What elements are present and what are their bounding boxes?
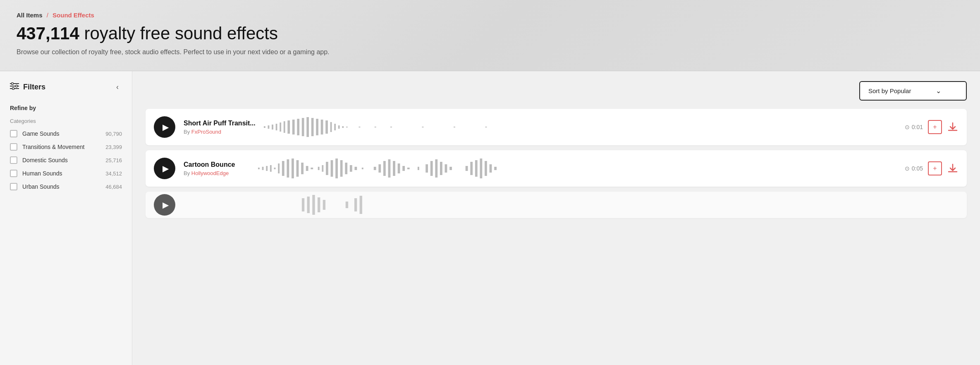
svg-rect-78 <box>307 197 310 213</box>
duration-1: ⊙ 0:01 <box>905 124 923 130</box>
sound-author-1: By FxProSound <box>184 129 256 135</box>
play-icon: ▶ <box>163 200 169 210</box>
play-icon: ▶ <box>163 122 169 132</box>
filters-title-row: Filters <box>10 82 45 92</box>
svg-rect-60 <box>398 163 400 173</box>
svg-rect-64 <box>425 164 428 173</box>
download-button-2[interactable] <box>947 163 958 174</box>
svg-rect-13 <box>292 120 294 134</box>
svg-rect-79 <box>312 195 315 215</box>
waveform-2 <box>258 158 896 179</box>
play-button-1[interactable]: ▶ <box>154 116 175 138</box>
svg-rect-75 <box>490 164 492 173</box>
svg-rect-27 <box>374 127 376 127</box>
content-area: Sort by Popular ⌄ ▶ Short Air Puff Trans… <box>132 71 980 365</box>
breadcrumb-sound-effects[interactable]: Sound Effects <box>53 12 94 19</box>
svg-rect-76 <box>494 167 497 170</box>
sound-title-2: Cartoon Bounce <box>184 161 250 168</box>
svg-rect-26 <box>359 127 360 127</box>
svg-rect-68 <box>445 164 447 173</box>
urban-checkbox[interactable] <box>10 183 17 190</box>
svg-rect-84 <box>360 196 362 214</box>
svg-rect-16 <box>306 117 309 137</box>
svg-rect-41 <box>296 160 299 177</box>
svg-rect-46 <box>322 165 323 172</box>
svg-rect-82 <box>346 202 348 208</box>
sound-item-3: ▶ <box>146 192 967 218</box>
svg-rect-71 <box>470 162 473 175</box>
category-name: Domestic Sounds <box>22 157 100 163</box>
play-button-2[interactable]: ▶ <box>154 158 175 179</box>
category-name: Transitions & Movement <box>22 144 100 150</box>
svg-rect-21 <box>330 122 332 132</box>
sound-actions-1: ⊙ 0:01 + <box>905 120 958 134</box>
sound-info-3 <box>184 204 250 206</box>
svg-rect-14 <box>297 119 299 135</box>
bookmark-button-2[interactable]: + <box>928 161 942 175</box>
breadcrumb: All Items / Sound Effects <box>17 12 963 19</box>
clock-icon: ⊙ <box>905 124 910 130</box>
svg-rect-73 <box>480 158 482 178</box>
svg-rect-59 <box>393 161 395 176</box>
collapse-button[interactable]: ‹ <box>113 81 122 93</box>
play-button-3[interactable]: ▶ <box>154 194 175 216</box>
svg-rect-37 <box>278 163 280 173</box>
svg-rect-22 <box>334 124 336 130</box>
list-item: Human Sounds 34,512 <box>10 170 122 177</box>
filter-icon <box>10 82 19 92</box>
svg-rect-33 <box>262 167 264 170</box>
sort-dropdown[interactable]: Sort by Popular ⌄ <box>859 81 967 101</box>
svg-rect-72 <box>475 160 478 177</box>
domestic-checkbox[interactable] <box>10 156 17 164</box>
bookmark-button-1[interactable]: + <box>928 120 942 134</box>
svg-rect-40 <box>292 158 294 178</box>
svg-rect-44 <box>311 168 313 169</box>
svg-rect-52 <box>350 165 352 172</box>
hero-section: All Items / Sound Effects 437,114 royalt… <box>0 0 980 71</box>
game-sounds-checkbox[interactable] <box>10 130 17 137</box>
svg-rect-47 <box>326 162 328 175</box>
sound-info-1: Short Air Puff Transit... By FxProSound <box>184 120 256 135</box>
transitions-checkbox[interactable] <box>10 143 17 151</box>
refine-by-label: Refine by <box>10 105 122 111</box>
svg-rect-34 <box>266 166 268 171</box>
svg-rect-6 <box>264 126 265 128</box>
svg-rect-32 <box>258 168 260 169</box>
svg-rect-80 <box>318 197 320 212</box>
svg-rect-83 <box>354 198 357 211</box>
breadcrumb-separator: / <box>47 12 48 19</box>
category-count: 46,684 <box>105 184 122 190</box>
svg-rect-67 <box>440 162 442 175</box>
sound-item-1: ▶ Short Air Puff Transit... By FxProSoun… <box>146 109 967 145</box>
item-count: 437,114 <box>17 24 79 43</box>
svg-rect-18 <box>316 119 318 135</box>
svg-rect-58 <box>388 159 391 178</box>
svg-rect-77 <box>302 198 304 211</box>
svg-rect-7 <box>268 125 269 129</box>
svg-rect-24 <box>342 126 344 128</box>
svg-rect-39 <box>287 159 289 178</box>
download-button-1[interactable] <box>947 121 958 133</box>
svg-rect-62 <box>407 168 410 169</box>
svg-rect-17 <box>311 118 313 136</box>
svg-rect-38 <box>282 161 284 176</box>
category-count: 25,716 <box>105 157 122 163</box>
svg-rect-15 <box>301 118 304 136</box>
svg-rect-81 <box>323 200 325 210</box>
human-checkbox[interactable] <box>10 170 17 177</box>
svg-rect-57 <box>383 161 386 176</box>
svg-rect-70 <box>466 166 468 171</box>
content-header: Sort by Popular ⌄ <box>146 81 967 101</box>
svg-rect-61 <box>402 166 405 171</box>
category-count: 90,790 <box>105 131 122 137</box>
breadcrumb-all-items[interactable]: All Items <box>17 12 43 19</box>
svg-rect-55 <box>374 167 376 170</box>
waveform-3 <box>258 194 958 216</box>
svg-rect-20 <box>325 120 328 134</box>
svg-rect-29 <box>422 127 423 127</box>
filters-label: Filters <box>23 83 45 91</box>
svg-rect-63 <box>418 167 419 170</box>
category-name: Game Sounds <box>22 130 100 137</box>
svg-rect-25 <box>346 127 348 127</box>
svg-rect-42 <box>301 163 304 174</box>
